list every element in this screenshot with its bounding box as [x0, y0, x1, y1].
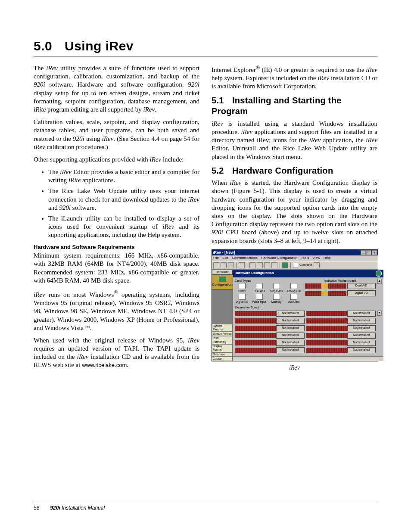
maximize-button[interactable]: □	[366, 250, 371, 255]
menu-item[interactable]: Communications	[232, 256, 258, 260]
para-hwconfig: When iRev is started, the Hardware Confi…	[212, 179, 377, 245]
slot[interactable]	[235, 340, 276, 345]
section-title-text: Using iRev	[65, 39, 134, 53]
scroll-down-icon[interactable]: ▼	[377, 311, 382, 316]
card-type[interactable]: Dual A/D	[252, 283, 267, 293]
url-link[interactable]: www.ricelake.com	[82, 362, 127, 368]
window-title: iRev - [New]	[213, 250, 235, 255]
slot-button[interactable]: Digital I/O	[347, 290, 376, 296]
sidebar-item-configuration[interactable]: Configuration	[212, 275, 233, 289]
slot[interactable]	[235, 333, 276, 338]
sidebar-item[interactable]: System Parame...	[212, 324, 233, 332]
menu-item[interactable]: Edit	[222, 256, 228, 260]
subhead-requirements: Hardware and Software Requirements	[34, 244, 199, 251]
page-footer: 56 920i Installation Manual	[34, 503, 377, 511]
close-button[interactable]: ×	[372, 250, 377, 255]
slot[interactable]	[306, 326, 347, 331]
toolbar-button[interactable]	[314, 262, 320, 268]
toolbar-button[interactable]	[213, 262, 219, 268]
menu-item[interactable]: Hardware Configuration	[261, 256, 298, 260]
slot-button[interactable]: Not Installed	[276, 318, 305, 324]
menu-item[interactable]: Tools	[301, 256, 309, 260]
motherboard-group: Indicator Motherboard Dual A/D Digital I…	[305, 279, 376, 298]
toolbar-separator	[236, 262, 237, 268]
card-type[interactable]: Pulse Input	[252, 294, 267, 304]
doc-title: 920i Installation Manual	[50, 505, 105, 511]
sidebar-item[interactable]: Display Format	[212, 344, 233, 352]
vertical-scrollbar[interactable]: ▲	[377, 279, 382, 284]
toolbar-button[interactable]	[249, 262, 255, 268]
card-type[interactable]: Single A/D	[269, 283, 284, 293]
slot[interactable]	[235, 326, 276, 331]
slot[interactable]	[306, 311, 347, 316]
slot[interactable]	[306, 340, 347, 345]
scroll-up-icon[interactable]: ▲	[377, 279, 382, 284]
toolbar-button[interactable]	[239, 262, 245, 268]
slot-button[interactable]: Not Installed	[276, 311, 305, 317]
para-other-apps: Other supporting applications provided w…	[34, 156, 199, 164]
toolbar-button[interactable]	[221, 262, 227, 268]
gear-icon	[219, 277, 226, 282]
slot-button[interactable]: Not Installed	[276, 340, 305, 346]
slot[interactable]	[235, 311, 276, 316]
slot-button[interactable]: Not Installed	[347, 347, 376, 353]
slot-button[interactable]: Not Installed	[276, 325, 305, 331]
sidebar-item[interactable]: Custom	[212, 357, 233, 361]
find-icon[interactable]	[293, 263, 298, 268]
list-item: The iRev Editor provides a basic editor …	[48, 168, 199, 184]
slot-button[interactable]: Not Installed	[347, 311, 376, 317]
card-type[interactable]: Memory	[269, 294, 284, 304]
para-os-support: iRev runs on most Windows® operating sys…	[34, 289, 199, 332]
page-title: 5.0Using iRev	[34, 39, 377, 53]
list-item: The iLaunch utility can be installed to …	[48, 215, 199, 240]
slot-button[interactable]: Dual A/D	[347, 283, 376, 289]
sidebar-item[interactable]: Database	[212, 352, 233, 357]
card-type[interactable]: Bus Card	[286, 294, 301, 304]
card-type[interactable]: Analog Out	[286, 283, 301, 293]
heading-5-2: 5.2Hardware Configuration	[212, 165, 377, 177]
vertical-scrollbar[interactable]: ▼	[377, 311, 382, 316]
para-tapi: When used with the original release of W…	[34, 336, 199, 370]
toolbar-separator	[290, 262, 291, 268]
slot-button[interactable]: Not Installed	[347, 318, 376, 324]
figure-5-1: iRev - [New] _ □ × File Edit Communicati…	[212, 249, 377, 372]
sidebar-item[interactable]: Print Formatting	[212, 336, 233, 344]
slot[interactable]	[306, 333, 347, 338]
toolbar-button[interactable]	[271, 262, 277, 268]
slot[interactable]	[235, 318, 276, 324]
toolbar-button[interactable]	[257, 262, 263, 268]
slot[interactable]	[305, 291, 346, 296]
slot-button[interactable]: Not Installed	[347, 333, 376, 339]
irev-window: iRev - [New] _ □ × File Edit Communicati…	[212, 249, 378, 362]
slot-button[interactable]: Not Installed	[276, 347, 305, 353]
sidebar-tab-hardware[interactable]: Hardware	[212, 270, 233, 275]
slot-button[interactable]: Not Installed	[347, 325, 376, 331]
slot[interactable]	[306, 318, 347, 324]
menu-item[interactable]: Help	[324, 256, 330, 260]
slot[interactable]	[235, 348, 276, 353]
menu-item[interactable]: File	[213, 256, 219, 260]
card-type[interactable]: Digital I/O	[235, 294, 249, 304]
connect-label[interactable]: Connect	[299, 263, 312, 267]
panel-title: Hardware Configuration	[233, 270, 383, 277]
menu-bar: File Edit Communications Hardware Config…	[212, 255, 378, 261]
status-bar	[233, 356, 383, 361]
slot[interactable]	[305, 283, 346, 289]
toolbar-button[interactable]	[228, 262, 234, 268]
toolbar-separator	[247, 262, 247, 268]
slot-button[interactable]: Not Installed	[276, 333, 305, 339]
card-type[interactable]: Comm	[235, 283, 249, 293]
card-types-group: Card Types Comm Dual A/D Single A/D Anal…	[235, 279, 304, 310]
help-icon[interactable]	[376, 271, 382, 277]
minimize-button[interactable]: _	[361, 250, 366, 255]
toolbar: Connect	[212, 261, 378, 270]
slot[interactable]	[306, 348, 347, 353]
page-number: 56	[34, 505, 39, 511]
slot-button[interactable]: Not Installed	[347, 340, 376, 346]
menu-item[interactable]: View	[312, 256, 320, 260]
toolbar-button[interactable]	[282, 262, 288, 268]
window-titlebar: iRev - [New] _ □ ×	[212, 250, 378, 256]
toolbar-button[interactable]	[264, 262, 270, 268]
sidebar-item[interactable]: Stream Format	[212, 332, 233, 336]
section-number: 5.0	[34, 39, 65, 53]
